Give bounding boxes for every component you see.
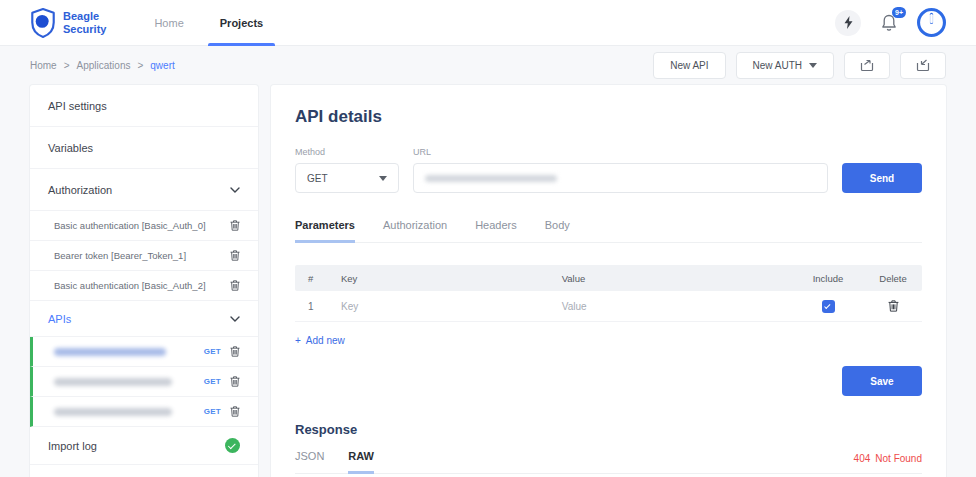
sidebar-auth-item[interactable]: Bearer token [Bearer_Token_1]	[30, 241, 258, 271]
redacted-url-value	[425, 175, 557, 182]
key-input[interactable]: Key	[341, 301, 562, 312]
sidebar-api-item[interactable]: GET	[30, 367, 258, 397]
lightning-icon	[843, 16, 854, 29]
url-label: URL	[413, 147, 828, 157]
page-title: API details	[295, 107, 922, 127]
breadcrumb-bar: Home > Applications > qwert New API New …	[0, 46, 976, 85]
sidebar-item-api-settings[interactable]: API settings	[30, 85, 258, 127]
brand-logo[interactable]: Beagle Security	[30, 8, 106, 38]
table-row: 1 Key Value	[295, 291, 922, 322]
export-button[interactable]	[844, 52, 890, 79]
export-icon	[860, 59, 874, 72]
chevron-down-icon	[379, 176, 387, 181]
apis-label: APIs	[48, 313, 71, 325]
import-icon	[916, 59, 930, 72]
row-number: 1	[295, 301, 341, 312]
trash-icon[interactable]	[230, 250, 240, 261]
nav-home[interactable]: Home	[154, 0, 183, 46]
redacted-api-name	[54, 348, 166, 356]
breadcrumb: Home > Applications > qwert	[30, 60, 175, 71]
col-include: Include	[792, 273, 864, 284]
response-status: 404 Not Found	[854, 453, 922, 473]
method-badge: GET	[204, 377, 221, 386]
api-details-panel: API details Method GET URL Send Paramete…	[271, 85, 946, 477]
trash-icon[interactable]	[230, 406, 240, 417]
sidebar-item-variables[interactable]: Variables	[30, 127, 258, 169]
quick-actions-button[interactable]	[835, 10, 861, 36]
notification-badge: 9+	[892, 7, 906, 18]
col-number: #	[295, 273, 341, 284]
authorization-label: Authorization	[48, 184, 112, 196]
col-value: Value	[562, 273, 792, 284]
auth-item-label: Basic authentication [Basic_Auth_0]	[54, 220, 206, 231]
nav-projects[interactable]: Projects	[220, 0, 263, 46]
notifications-button[interactable]: 9+	[881, 14, 897, 32]
import-button[interactable]	[900, 52, 946, 79]
chevron-down-icon	[809, 63, 817, 68]
include-checkbox[interactable]	[822, 300, 835, 313]
value-input[interactable]: Value	[562, 301, 792, 312]
trash-icon[interactable]	[230, 376, 240, 387]
top-header: Beagle Security Home Projects 9+	[0, 0, 976, 46]
status-code: 404	[854, 453, 871, 464]
sidebar-api-item[interactable]: GET	[30, 397, 258, 427]
method-field-group: Method GET	[295, 147, 399, 193]
breadcrumb-separator: >	[64, 60, 70, 71]
tab-json[interactable]: JSON	[295, 450, 324, 474]
breadcrumb-applications[interactable]: Applications	[77, 60, 131, 71]
url-input[interactable]	[413, 163, 828, 193]
method-value: GET	[307, 173, 328, 184]
sidebar-item-import-log[interactable]: Import log	[30, 427, 258, 465]
logout-button[interactable]	[917, 8, 946, 37]
new-api-button[interactable]: New API	[653, 52, 725, 79]
table-header-row: # Key Value Include Delete	[295, 265, 922, 291]
trash-icon[interactable]	[230, 280, 240, 291]
add-new-link[interactable]: + Add new	[295, 335, 922, 346]
request-tabs: Parameters Authorization Headers Body	[295, 219, 922, 243]
method-badge: GET	[204, 347, 221, 356]
trash-icon[interactable]	[230, 346, 240, 357]
add-new-label: Add new	[306, 335, 345, 346]
auth-item-label: Bearer token [Bearer_Token_1]	[54, 250, 186, 261]
delete-row-trash-icon[interactable]	[888, 300, 899, 312]
sidebar-auth-item[interactable]: Basic authentication [Basic_Auth_0]	[30, 211, 258, 241]
response-title: Response	[295, 422, 922, 437]
tab-raw[interactable]: RAW	[348, 450, 374, 474]
sidebar-auth-item[interactable]: Basic authentication [Basic_Auth_2]	[30, 271, 258, 301]
brand-name: Beagle Security	[63, 10, 106, 35]
redacted-api-name	[54, 408, 172, 416]
new-auth-label: New AUTH	[753, 60, 802, 71]
breadcrumb-current-project[interactable]: qwert	[150, 60, 174, 71]
success-check-icon	[225, 438, 240, 453]
method-badge: GET	[204, 407, 221, 416]
tab-authorization[interactable]: Authorization	[383, 219, 447, 243]
parameters-table: # Key Value Include Delete 1 Key Value	[295, 265, 922, 346]
redacted-api-name	[54, 378, 172, 386]
method-select[interactable]: GET	[295, 163, 399, 193]
chevron-down-icon	[230, 187, 240, 193]
send-button[interactable]: Send	[842, 163, 922, 193]
save-button[interactable]: Save	[842, 366, 922, 396]
url-field-group: URL	[413, 147, 828, 193]
col-key: Key	[341, 273, 562, 284]
top-navigation: Home Projects	[154, 0, 263, 46]
sidebar-item-authorization[interactable]: Authorization	[30, 169, 258, 211]
breadcrumb-separator: >	[137, 60, 143, 71]
tab-parameters[interactable]: Parameters	[295, 219, 355, 243]
plus-icon: +	[295, 335, 301, 346]
tab-headers[interactable]: Headers	[475, 219, 517, 243]
import-log-label: Import log	[48, 440, 97, 452]
response-tabs: JSON RAW 404 Not Found	[295, 450, 922, 474]
new-auth-dropdown[interactable]: New AUTH	[736, 52, 834, 79]
power-icon	[917, 8, 946, 37]
method-label: Method	[295, 147, 399, 157]
sidebar-item-apis[interactable]: APIs	[30, 301, 258, 337]
col-delete: Delete	[864, 273, 922, 284]
tab-body[interactable]: Body	[545, 219, 570, 243]
trash-icon[interactable]	[230, 220, 240, 231]
sidebar-api-item[interactable]: GET	[30, 337, 258, 367]
api-sidebar: API settings Variables Authorization Bas…	[30, 85, 258, 477]
breadcrumb-home[interactable]: Home	[30, 60, 57, 71]
status-text: Not Found	[875, 453, 922, 464]
auth-item-label: Basic authentication [Basic_Auth_2]	[54, 280, 206, 291]
